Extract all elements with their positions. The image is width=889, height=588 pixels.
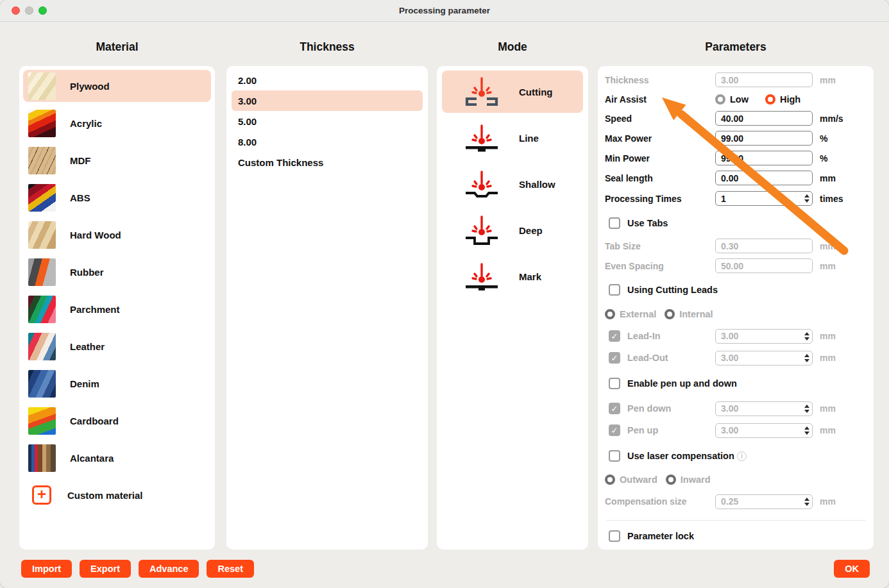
- seal-length-input[interactable]: 0.00: [715, 171, 813, 185]
- material-item-mdf[interactable]: MDF: [23, 144, 211, 176]
- internal-option: Internal: [665, 309, 713, 319]
- ok-button[interactable]: OK: [834, 560, 870, 578]
- export-button[interactable]: Export: [80, 560, 131, 578]
- thickness-item-5[interactable]: 5.00: [232, 111, 423, 131]
- checkbox-unchecked-icon[interactable]: [609, 378, 620, 389]
- processing-times-unit: times: [820, 194, 843, 204]
- compensation-size-unit: mm: [820, 496, 836, 507]
- material-item-plywood[interactable]: Plywood: [23, 70, 211, 102]
- checkbox-unchecked-icon[interactable]: [609, 450, 620, 462]
- checkbox-unchecked-icon[interactable]: [609, 530, 620, 542]
- divider: [606, 520, 865, 521]
- using-cutting-leads-label: Using Cutting Leads: [627, 285, 718, 295]
- enable-pen-checkbox-row[interactable]: Enable pen up and down: [605, 374, 867, 392]
- stepper-arrows-icon: [804, 332, 809, 340]
- stepper-arrows-icon: [804, 354, 809, 362]
- material-item-alcantara[interactable]: Alcantara: [23, 442, 211, 474]
- alcantara-thumbnail: [28, 444, 56, 472]
- material-item-label: Rubber: [70, 267, 104, 278]
- line-mode-icon: [464, 122, 500, 153]
- material-item-cardboard[interactable]: Cardboard: [23, 405, 211, 437]
- thickness-param-row: Thickness 3.00 mm: [605, 70, 867, 90]
- material-item-label: Leather: [70, 341, 105, 352]
- use-tabs-label: Use Tabs: [627, 218, 668, 228]
- material-item-acrylic[interactable]: Acrylic: [23, 107, 211, 139]
- outward-label: Outward: [620, 475, 657, 485]
- pen-down-row: ✓ Pen down 3.00 mm: [605, 398, 867, 419]
- air-assist-label: Air Assist: [605, 94, 715, 105]
- mode-item-mark[interactable]: Mark: [442, 255, 583, 298]
- speed-input[interactable]: 40.00: [715, 111, 813, 126]
- material-item-leather[interactable]: Leather: [23, 330, 211, 362]
- material-item-custom-material[interactable]: + Custom material: [23, 479, 211, 511]
- processing-times-stepper[interactable]: 1: [715, 191, 813, 206]
- radio-selected-icon[interactable]: [765, 94, 775, 105]
- material-item-label: Denim: [70, 378, 99, 389]
- material-item-label: Parchment: [70, 304, 120, 315]
- compensation-size-value: 0.25: [721, 496, 738, 507]
- enable-pen-label: Enable pen up and down: [627, 378, 737, 389]
- pen-down-unit: mm: [820, 403, 836, 414]
- stepper-arrows-icon: [804, 426, 809, 435]
- radio-unselected-icon[interactable]: [715, 94, 725, 105]
- mode-item-line[interactable]: Line: [442, 117, 583, 159]
- mdf-thumbnail: [28, 147, 56, 174]
- parchment-thumbnail: [28, 296, 56, 323]
- lead-out-stepper: 3.00: [715, 351, 813, 365]
- internal-label: Internal: [679, 309, 713, 319]
- thickness-input: 3.00: [715, 72, 813, 87]
- lead-direction-row: External Internal: [605, 305, 867, 324]
- info-icon[interactable]: i: [737, 451, 747, 461]
- air-assist-low-option[interactable]: Low: [715, 94, 749, 105]
- thickness-item-8[interactable]: 8.00: [232, 131, 423, 152]
- parameter-lock-checkbox-row[interactable]: Parameter lock: [605, 527, 867, 545]
- material-item-label: Acrylic: [70, 118, 102, 129]
- even-spacing-row: Even Spacing 50.00 mm: [605, 256, 867, 276]
- material-item-label: Custom material: [67, 490, 143, 501]
- mode-item-shallow[interactable]: Shallow: [442, 163, 583, 205]
- material-item-label: Cardboard: [70, 416, 119, 426]
- inward-option: Inward: [666, 475, 711, 485]
- checkbox-unchecked-icon[interactable]: [609, 217, 620, 229]
- thickness-item-custom[interactable]: Custom Thickness: [232, 152, 423, 172]
- parameters-panel: Thickness 3.00 mm Air Assist Low High Sp…: [598, 66, 874, 550]
- thickness-panel: 2.00 3.00 5.00 8.00 Custom Thickness: [226, 66, 428, 550]
- thickness-header: Thickness: [226, 37, 428, 56]
- close-icon[interactable]: [12, 6, 20, 15]
- use-tabs-checkbox-row[interactable]: Use Tabs: [605, 214, 867, 232]
- max-power-input[interactable]: 99.00: [715, 131, 813, 146]
- using-cutting-leads-checkbox-row[interactable]: Using Cutting Leads: [605, 281, 867, 299]
- checkbox-unchecked-icon[interactable]: [609, 284, 620, 296]
- max-power-unit: %: [820, 133, 827, 144]
- material-item-parchment[interactable]: Parchment: [23, 293, 211, 325]
- use-laser-compensation-checkbox-row[interactable]: Use laser compensation i: [605, 447, 867, 465]
- material-item-denim[interactable]: Denim: [23, 367, 211, 399]
- mode-item-deep[interactable]: Deep: [442, 209, 583, 251]
- titlebar: Processing parameter: [0, 0, 889, 22]
- reset-button[interactable]: Reset: [207, 560, 254, 578]
- material-item-rubber[interactable]: Rubber: [23, 256, 211, 288]
- thickness-item-2[interactable]: 2.00: [232, 70, 423, 90]
- advance-button[interactable]: Advance: [139, 560, 199, 578]
- air-assist-high-option[interactable]: High: [765, 94, 800, 105]
- minimize-icon[interactable]: [25, 6, 33, 15]
- zoom-icon[interactable]: [38, 6, 47, 15]
- pen-down-value: 3.00: [721, 403, 738, 414]
- stepper-arrows-icon[interactable]: [804, 194, 809, 203]
- rubber-thumbnail: [28, 258, 56, 286]
- stepper-arrows-icon: [804, 498, 809, 506]
- material-item-hard-wood[interactable]: Hard Wood: [23, 219, 211, 251]
- material-item-abs[interactable]: ABS: [23, 181, 211, 214]
- mode-item-cutting[interactable]: Cutting: [442, 71, 583, 113]
- min-power-input[interactable]: 99.00: [715, 151, 813, 165]
- mode-item-label: Line: [519, 133, 539, 144]
- cardboard-thumbnail: [28, 407, 56, 435]
- air-assist-row: Air Assist Low High: [605, 90, 867, 108]
- thickness-unit: mm: [820, 75, 836, 85]
- max-power-row: Max Power 99.00 %: [605, 128, 867, 148]
- thickness-item-3[interactable]: 3.00: [232, 90, 423, 111]
- tab-size-row: Tab Size 0.30 mm: [605, 236, 867, 256]
- compensation-size-label: Compensation size: [605, 496, 715, 507]
- import-button[interactable]: Import: [21, 560, 72, 578]
- parameter-lock-label: Parameter lock: [627, 531, 694, 541]
